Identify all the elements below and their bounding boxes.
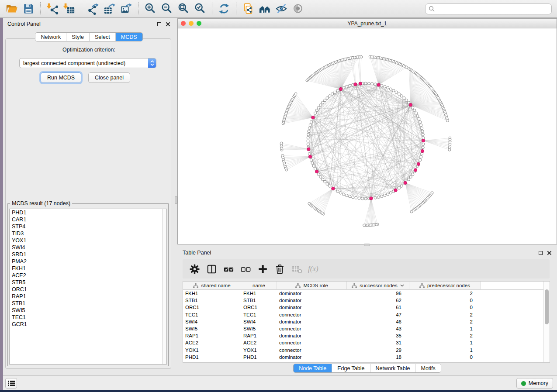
ring-node[interactable]	[336, 190, 339, 193]
ring-node[interactable]	[389, 192, 392, 194]
float-panel-icon[interactable]	[157, 22, 161, 26]
edge[interactable]	[379, 66, 404, 85]
cell-successor-nodes[interactable]: 46	[347, 319, 409, 324]
mcds-result-list[interactable]: PHD1CAR1STP4TID3YOX1SWI4SRD1PMA2FKH1ACE2…	[9, 209, 167, 364]
mcds-result-item[interactable]: STB1	[10, 300, 166, 307]
ring-node[interactable]	[322, 101, 324, 104]
edge[interactable]	[379, 60, 388, 85]
column-header-predecessor-nodes[interactable]: predecessor nodes	[409, 282, 481, 290]
ring-node[interactable]	[364, 82, 367, 85]
first-neighbors-button[interactable]	[258, 2, 272, 16]
column-header-name[interactable]: name	[241, 282, 277, 290]
mcds-result-item[interactable]: TID3	[10, 230, 166, 237]
ring-node[interactable]	[309, 124, 311, 126]
leaf-node[interactable]	[353, 56, 356, 59]
cell-predecessor-nodes[interactable]: 1	[409, 347, 481, 353]
leaf-node[interactable]	[281, 155, 284, 157]
tab-node-table[interactable]: Node Table	[294, 364, 332, 372]
edge[interactable]	[286, 157, 310, 168]
hub-node[interactable]	[307, 148, 310, 151]
ring-node[interactable]	[307, 143, 309, 145]
cell-successor-nodes[interactable]: 43	[347, 326, 409, 331]
cell-predecessor-nodes[interactable]: 2	[409, 319, 481, 324]
add-column-button[interactable]	[257, 263, 268, 275]
ring-node[interactable]	[386, 86, 389, 89]
leaf-node[interactable]	[363, 224, 366, 227]
hub-node[interactable]	[422, 139, 425, 142]
mcds-result-item[interactable]: STB5	[10, 279, 166, 286]
leaf-node[interactable]	[410, 210, 413, 213]
horizontal-splitter-grip[interactable]	[364, 244, 370, 246]
ring-node[interactable]	[310, 159, 312, 162]
mcds-result-item[interactable]: PMA2	[10, 258, 166, 265]
ring-node[interactable]	[407, 178, 410, 181]
cell-successor-nodes[interactable]: 47	[347, 312, 409, 317]
ring-node[interactable]	[307, 133, 310, 136]
edge[interactable]	[322, 189, 333, 213]
refresh-layout-button[interactable]	[217, 2, 231, 16]
edge[interactable]	[308, 134, 422, 151]
edge[interactable]	[423, 141, 450, 146]
table-row[interactable]: RAP1RAP1dominator352	[183, 332, 550, 339]
task-history-button[interactable]	[5, 378, 17, 389]
cell-MCDS-role[interactable]: dominator	[277, 354, 347, 360]
search-input[interactable]	[435, 6, 548, 12]
ring-node[interactable]	[422, 143, 425, 145]
ring-node[interactable]	[422, 133, 424, 136]
cell-MCDS-role[interactable]: connector	[277, 340, 347, 345]
network-titlebar[interactable]: YPA_prune.txt_1	[178, 19, 557, 28]
hub-node[interactable]	[308, 155, 311, 158]
hub-node[interactable]	[370, 197, 373, 200]
edge[interactable]	[405, 183, 429, 197]
edge[interactable]	[379, 67, 407, 85]
edge[interactable]	[371, 198, 376, 224]
ring-node[interactable]	[331, 93, 334, 95]
edge[interactable]	[293, 98, 313, 117]
tab-motifs[interactable]: Motifs	[415, 364, 440, 372]
ring-node[interactable]	[364, 197, 367, 200]
cell-successor-nodes[interactable]: 62	[347, 298, 409, 303]
ring-node[interactable]	[398, 93, 400, 95]
ring-node[interactable]	[400, 185, 403, 187]
cell-name[interactable]: SWI4	[241, 319, 277, 324]
ring-node[interactable]	[412, 173, 414, 175]
edge[interactable]	[369, 198, 371, 225]
ring-node[interactable]	[419, 159, 422, 162]
cell-predecessor-nodes[interactable]: 0	[409, 354, 481, 360]
cell-name[interactable]: SWI5	[241, 326, 277, 331]
cell-MCDS-role[interactable]: dominator	[277, 305, 347, 310]
cell-name[interactable]: ACE2	[241, 340, 277, 345]
ring-node[interactable]	[403, 97, 405, 100]
ring-node[interactable]	[415, 112, 417, 114]
hub-node[interactable]	[417, 162, 420, 165]
edge[interactable]	[423, 141, 450, 150]
hub-node[interactable]	[394, 189, 397, 192]
network-canvas[interactable]	[178, 28, 557, 244]
mcds-result-item[interactable]: PHD1	[10, 209, 166, 216]
cell-name[interactable]: PHD1	[241, 354, 277, 360]
export-network-button[interactable]	[86, 2, 100, 16]
mcds-result-item[interactable]: SRD1	[10, 251, 166, 258]
memory-button[interactable]: Memory	[516, 378, 553, 389]
cell-MCDS-role[interactable]: dominator	[277, 298, 347, 303]
table-row[interactable]: STB1STB1dominator620	[183, 297, 550, 304]
edge[interactable]	[284, 117, 313, 120]
close-table-panel-icon[interactable]	[547, 251, 552, 255]
edge[interactable]	[311, 189, 333, 205]
ring-node[interactable]	[384, 194, 386, 197]
hub-node[interactable]	[332, 187, 335, 190]
ring-node[interactable]	[307, 140, 309, 142]
ring-node[interactable]	[405, 99, 408, 102]
criterion-select[interactable]: largest connected component (undirected)	[19, 58, 156, 68]
edge[interactable]	[355, 84, 395, 190]
ring-node[interactable]	[422, 146, 424, 149]
edge[interactable]	[360, 57, 361, 83]
cell-MCDS-role[interactable]: dominator	[277, 333, 347, 338]
ring-node[interactable]	[420, 155, 422, 158]
ring-node[interactable]	[422, 137, 425, 139]
edge[interactable]	[313, 117, 354, 197]
ring-node[interactable]	[358, 197, 360, 199]
ring-node[interactable]	[367, 82, 370, 85]
hub-node[interactable]	[359, 82, 362, 85]
float-table-panel-icon[interactable]	[539, 251, 543, 255]
